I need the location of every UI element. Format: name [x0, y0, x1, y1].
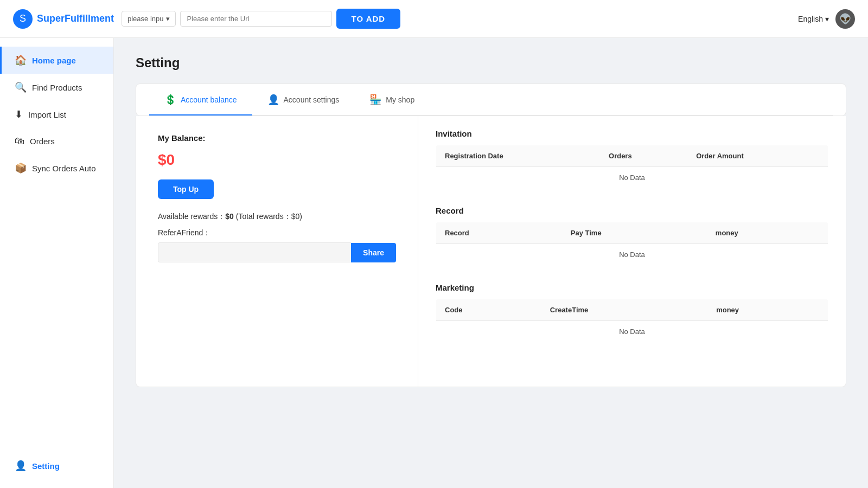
- record-col-pay-time: Pay Time: [562, 222, 707, 244]
- search-icon: 🔍: [15, 81, 27, 93]
- tabs-card: 💲 Account balance 👤 Account settings 🏪 M…: [136, 84, 846, 116]
- record-section-title: Record: [436, 206, 828, 215]
- balance-label: My Balance:: [158, 133, 396, 143]
- shop-icon: 🏪: [369, 94, 381, 106]
- record-no-data: No Data: [436, 244, 828, 266]
- download-icon: ⬇: [15, 108, 23, 120]
- setting-icon: 👤: [15, 460, 27, 472]
- main-layout: 🏠 Home page 🔍 Find Products ⬇ Import Lis…: [0, 38, 868, 488]
- header-input-group: please inpu ▾ TO ADD: [122, 9, 798, 29]
- tab-my-shop-label: My shop: [386, 95, 414, 104]
- refer-input[interactable]: [158, 242, 351, 262]
- sidebar-item-find-products[interactable]: 🔍 Find Products: [0, 74, 113, 101]
- sidebar-item-setting-label: Setting: [32, 461, 60, 471]
- language-selector[interactable]: English ▾: [798, 15, 829, 23]
- invitation-col-registration-date: Registration Date: [436, 145, 601, 167]
- home-icon: 🏠: [15, 54, 27, 66]
- rewards-amount: $0: [225, 212, 234, 221]
- balance-amount: $0: [158, 151, 396, 169]
- tab-account-settings-label: Account settings: [284, 95, 340, 104]
- tabs-list: 💲 Account balance 👤 Account settings 🏪 M…: [149, 84, 833, 115]
- avatar[interactable]: 👽: [835, 9, 855, 29]
- marketing-col-create-time: CreateTime: [541, 299, 707, 321]
- invitation-col-orders: Orders: [600, 145, 687, 167]
- refer-label: ReferAFriend：: [158, 228, 396, 238]
- refer-input-row: Share: [158, 242, 396, 262]
- sidebar: 🏠 Home page 🔍 Find Products ⬇ Import Lis…: [0, 38, 114, 488]
- main-content: Setting 💲 Account balance 👤 Account sett…: [114, 38, 868, 488]
- chevron-down-icon: ▾: [166, 15, 170, 23]
- chevron-down-icon: ▾: [825, 15, 829, 23]
- dollar-icon: 💲: [164, 94, 176, 106]
- left-panel: My Balance: $0 Top Up Available rewards：…: [136, 116, 418, 387]
- store-selector[interactable]: please inpu ▾: [122, 11, 176, 27]
- sidebar-item-orders[interactable]: 🛍 Orders: [0, 128, 113, 155]
- sidebar-item-setting[interactable]: 👤 Setting: [0, 452, 113, 479]
- sidebar-item-import-list[interactable]: ⬇ Import List: [0, 101, 113, 128]
- avatar-icon: 👽: [839, 13, 851, 25]
- app-header: S SuperFulfillment please inpu ▾ TO ADD …: [0, 0, 868, 38]
- tab-account-balance-label: Account balance: [181, 95, 237, 104]
- sidebar-item-orders-label: Orders: [30, 137, 55, 146]
- to-add-button[interactable]: TO ADD: [336, 9, 401, 29]
- rewards-row: Available rewards：$0 (Total rewards：$0): [158, 212, 396, 222]
- tab-account-settings[interactable]: 👤 Account settings: [252, 84, 355, 115]
- share-button[interactable]: Share: [351, 243, 396, 262]
- user-icon: 👤: [267, 94, 279, 106]
- header-right: English ▾ 👽: [798, 9, 855, 29]
- marketing-section-title: Marketing: [436, 283, 828, 292]
- record-table: Record Pay Time money No Data: [436, 222, 828, 266]
- language-label: English: [798, 15, 823, 23]
- logo-icon: S: [13, 9, 33, 29]
- record-col-record: Record: [436, 222, 562, 244]
- sync-icon: 📦: [15, 162, 27, 174]
- sidebar-spacer: [0, 182, 113, 452]
- available-rewards-label: Available rewards：: [158, 212, 225, 221]
- sidebar-item-import-list-label: Import List: [28, 110, 66, 119]
- url-input[interactable]: [180, 11, 332, 27]
- marketing-table: Code CreateTime money No Data: [436, 299, 828, 343]
- marketing-no-data: No Data: [436, 321, 828, 343]
- sidebar-item-sync-orders[interactable]: 📦 Sync Orders Auto: [0, 155, 113, 182]
- sidebar-item-find-products-label: Find Products: [32, 83, 82, 92]
- record-col-money: money: [707, 222, 828, 244]
- content-area: My Balance: $0 Top Up Available rewards：…: [136, 116, 846, 387]
- sidebar-item-home[interactable]: 🏠 Home page: [0, 47, 113, 74]
- right-panel: Invitation Registration Date Orders Orde…: [418, 116, 846, 387]
- total-rewards-label: (Total rewards：$0): [236, 212, 302, 221]
- invitation-section-title: Invitation: [436, 129, 828, 138]
- sidebar-item-sync-orders-label: Sync Orders Auto: [32, 164, 96, 173]
- sidebar-item-home-label: Home page: [32, 56, 76, 65]
- logo-text: SuperFulfillment: [37, 13, 114, 24]
- top-up-button[interactable]: Top Up: [158, 179, 214, 199]
- page-title: Setting: [136, 55, 846, 70]
- tab-account-balance[interactable]: 💲 Account balance: [149, 84, 252, 115]
- tab-my-shop[interactable]: 🏪 My shop: [354, 84, 430, 115]
- marketing-col-money: money: [707, 299, 828, 321]
- marketing-col-code: Code: [436, 299, 541, 321]
- invitation-col-order-amount: Order Amount: [687, 145, 828, 167]
- orders-icon: 🛍: [15, 136, 24, 147]
- invitation-no-data: No Data: [436, 167, 828, 189]
- invitation-table: Registration Date Orders Order Amount No…: [436, 145, 828, 189]
- store-selector-label: please inpu: [127, 15, 164, 23]
- logo-area: S SuperFulfillment: [13, 9, 122, 29]
